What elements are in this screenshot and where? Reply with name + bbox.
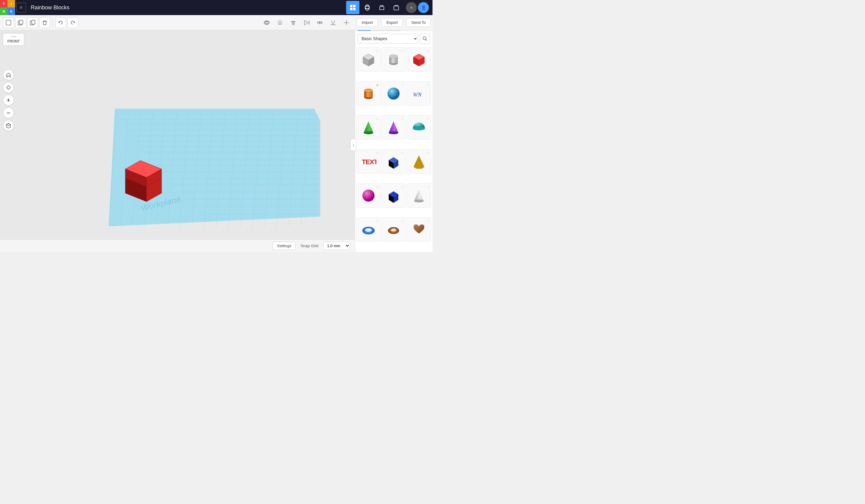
shape-cone-green[interactable]: ☆ [356,115,381,139]
shape-text-3d[interactable]: ☆ TEXT [356,149,381,174]
star-cylinder-orange[interactable]: ★ [376,83,379,87]
copy-btn[interactable] [15,17,26,28]
logo-n: N [0,8,8,15]
shape-search-btn[interactable] [420,34,430,44]
tinkercad-logo[interactable]: T I N K [0,0,15,15]
home-nav-btn[interactable] [346,1,359,14]
star-torus-blue[interactable]: ☆ [376,219,379,223]
snap-grid-select[interactable]: 1.0 mm 0.5 mm 2.0 mm 5.0 mm 10.0 mm [323,242,350,250]
shape-cone-white[interactable]: ☆ [407,184,431,208]
star-text-3d[interactable]: ☆ [376,151,379,155]
svg-rect-3 [353,8,356,10]
star-cone-purple[interactable]: ☆ [401,117,404,121]
shape-sphere-pink[interactable]: ☆ [356,184,381,208]
shape-category-dropdown[interactable]: Basic Shapes Letters Numbers Featured Co… [358,34,418,44]
distribute-btn[interactable] [314,17,325,28]
star-sphere-pink[interactable]: ☆ [376,185,379,189]
shape-cone-purple[interactable]: ☆ [381,115,406,139]
light-btn[interactable] [275,17,285,28]
shape-heart-brown[interactable]: ☆ [407,217,431,242]
svg-rect-6 [6,20,11,25]
svg-point-83 [414,199,424,202]
canvas-area[interactable]: Workplane [0,30,355,252]
star-cone-green[interactable]: ☆ [376,117,379,121]
svg-text:TEXT: TEXT [362,158,376,166]
star-heart-brown[interactable]: ☆ [426,219,429,223]
redo-btn[interactable] [67,17,78,28]
zoom-out-btn[interactable]: − [3,107,14,118]
star-cone-white[interactable]: ☆ [426,185,429,189]
workplane: Workplane [48,84,320,247]
svg-point-4 [365,5,369,10]
svg-point-11 [265,21,268,24]
export-btn[interactable]: Export [381,18,403,27]
mirror-btn[interactable] [328,17,338,28]
svg-point-88 [7,86,10,89]
flip-btn[interactable] [301,17,312,28]
svg-marker-82 [414,189,424,201]
shape-box-navy[interactable]: ☆ [381,184,406,208]
svg-rect-13 [291,21,296,22]
star-pyramid-yellow[interactable]: ☆ [426,151,429,155]
toolbar-separator [53,19,53,27]
left-controls: + − [3,69,14,131]
star-box-red[interactable]: ☆ [426,49,429,53]
svg-point-87 [391,228,396,232]
sendto-btn[interactable]: Send To [406,18,431,27]
cube-view-btn[interactable] [3,120,14,131]
star-box-navy[interactable]: ☆ [401,185,404,189]
projects-nav-btn[interactable] [390,1,403,14]
for-label: FOR [5,35,22,38]
svg-marker-94 [6,124,11,126]
settings-bar: Settings Snap Grid 1.0 mm 0.5 mm 2.0 mm … [0,239,355,252]
gallery-nav-btn[interactable] [361,1,374,14]
star-sphere-blue[interactable]: ☆ [401,83,404,87]
panel-collapse-btn[interactable]: › [350,139,356,151]
star-cylinder-grey[interactable]: ☆ [401,49,404,53]
shape-sphere-blue[interactable]: ☆ [381,82,406,106]
snap-grid-label: Snap Grid [300,244,318,248]
shape-box-red[interactable]: ☆ [407,47,431,71]
svg-marker-65 [364,121,373,133]
project-list-icon[interactable]: ≡ [16,3,26,12]
import-btn[interactable]: Import [357,18,378,27]
shape-pyramid-yellow[interactable]: ☆ [407,149,431,174]
shape-box-dark-blue[interactable]: ☆ [381,149,406,174]
undo-btn[interactable] [55,17,66,28]
svg-rect-10 [32,20,35,24]
project-title: Rainbow Blocks [31,4,346,11]
shape-torus-orange[interactable]: ☆ [381,217,406,242]
star-box-dark-blue[interactable]: ☆ [401,151,404,155]
star-scribble[interactable]: ☆ [426,83,429,87]
align-btn[interactable] [288,17,299,28]
shape-cylinder-grey[interactable]: ☆ [381,47,406,71]
svg-rect-15 [292,24,294,25]
settings-btn[interactable]: Settings [273,242,296,250]
camera-eye-btn[interactable] [261,17,272,28]
svg-point-66 [364,131,373,134]
toolbar-right [261,17,352,28]
shape-scribble[interactable]: ☆ W N [407,82,431,106]
home-btn[interactable] [3,69,14,80]
logo-i: I [8,0,15,8]
zoom-in-btn[interactable]: + [3,95,14,106]
profile-btn[interactable]: 👤 [418,2,429,13]
svg-point-12 [279,21,281,24]
star-box-grey[interactable]: ☆ [376,49,379,53]
duplicate-btn[interactable] [27,17,38,28]
shape-half-sphere-teal[interactable]: ☆ [407,115,431,139]
shape-box-grey[interactable]: ☆ [356,47,381,71]
tinker-nav-btn[interactable] [375,1,389,14]
select-btn[interactable] [3,17,14,28]
delete-btn[interactable] [39,17,50,28]
shape-torus-blue[interactable]: ☆ [356,217,381,242]
star-torus-orange[interactable]: ☆ [401,219,404,223]
add-person-btn[interactable]: + [406,2,417,13]
star-half-sphere-teal[interactable]: ☆ [426,117,429,121]
snap-toolbar-btn[interactable] [341,17,352,28]
svg-rect-8 [19,20,23,24]
logo-t: T [0,0,8,8]
fit-view-btn[interactable] [3,82,14,93]
shape-cylinder-orange[interactable]: ★ [356,82,381,106]
shape-dropdown-row: Basic Shapes Letters Numbers Featured Co… [355,31,432,46]
